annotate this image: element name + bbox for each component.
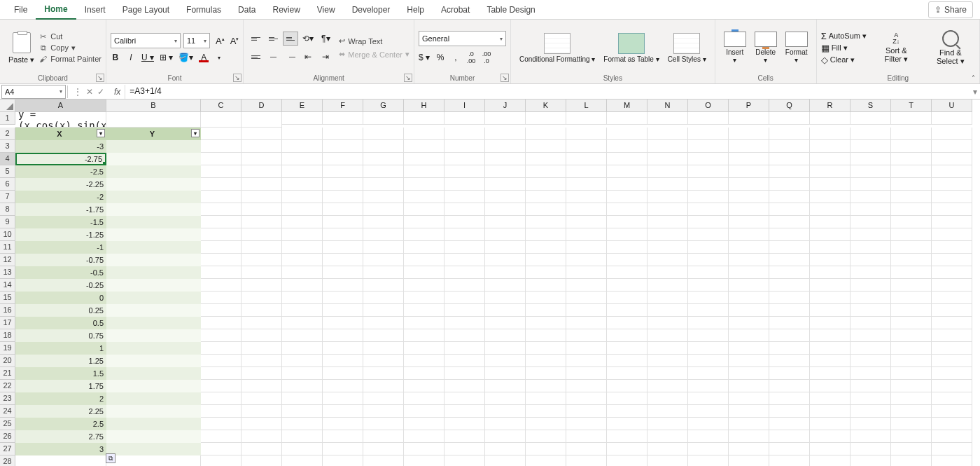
cell-O14[interactable] [688,279,729,292]
cell-H6[interactable] [404,178,444,191]
cell-L6[interactable] [566,178,607,191]
comma-button[interactable]: , [451,53,461,62]
cell-E2[interactable] [282,128,323,140]
cell-I15[interactable] [444,292,485,304]
cell-E19[interactable] [282,342,323,355]
cell-A1[interactable]: y = (x.cos(x).sin(x))² [15,112,106,128]
cell-C16[interactable] [201,304,241,317]
cell-G18[interactable] [363,329,404,342]
cell-E1[interactable] [282,112,323,125]
cell-N24[interactable] [648,405,688,418]
row-header-5[interactable]: 5 [0,165,15,178]
cell-T24[interactable] [891,405,932,418]
cell-J5[interactable] [485,165,526,178]
cell-Q9[interactable] [769,216,810,228]
format-button[interactable]: Format▾ [781,30,812,65]
cell-D9[interactable] [241,216,282,228]
cell-U24[interactable] [932,405,972,418]
cell-U22[interactable] [932,380,972,392]
cell-Q25[interactable] [769,418,810,430]
align-left-button[interactable] [248,50,263,64]
cell-J4[interactable] [485,153,526,165]
cell-A23[interactable]: 2 [15,392,106,405]
cell-Q23[interactable] [769,392,810,405]
cell-N3[interactable] [648,140,688,153]
cell-R2[interactable] [810,128,850,140]
cell-J14[interactable] [485,279,526,292]
cell-A5[interactable]: -2.5 [15,165,106,178]
cell-M19[interactable] [607,342,648,355]
cell-L20[interactable] [566,355,607,367]
cell-O3[interactable] [688,140,729,153]
cell-S1[interactable] [850,112,891,125]
cell-D23[interactable] [241,392,282,405]
cell-D14[interactable] [241,279,282,292]
align-bottom-button[interactable] [283,32,298,46]
col-header-I[interactable]: I [444,100,485,112]
cell-J9[interactable] [485,216,526,228]
cell-O20[interactable] [688,355,729,367]
row-header-13[interactable]: 13 [0,266,15,279]
cell-H13[interactable] [404,266,444,279]
cell-T15[interactable] [891,292,932,304]
tab-developer[interactable]: Developer [344,1,399,19]
cell-F11[interactable] [323,241,363,254]
cell-L25[interactable] [566,418,607,430]
col-header-B[interactable]: B [106,100,201,112]
cell-R25[interactable] [810,418,850,430]
decrease-indent-button[interactable]: ⇤ [300,50,316,64]
cell-J18[interactable] [485,329,526,342]
cell-D18[interactable] [241,329,282,342]
row-header-4[interactable]: 4 [0,153,15,165]
col-header-A[interactable]: A [15,100,106,112]
row-header-27[interactable]: 27 [0,443,15,455]
decrease-decimal-button[interactable]: .00.0 [482,50,491,64]
cell-F2[interactable] [323,128,363,140]
cell-L11[interactable] [566,241,607,254]
cell-O7[interactable] [688,191,729,203]
row-header-18[interactable]: 18 [0,329,15,342]
cell-G25[interactable] [363,418,404,430]
cell-O18[interactable] [688,329,729,342]
cell-E11[interactable] [282,241,323,254]
cell-P5[interactable] [729,165,769,178]
cell-N15[interactable] [648,292,688,304]
row-header-12[interactable]: 12 [0,254,15,266]
cell-A13[interactable]: -0.5 [15,266,106,279]
cell-H28[interactable] [404,455,444,466]
font-size-select[interactable]: 11▾ [183,33,210,48]
cell-C1[interactable] [201,112,241,128]
cell-E24[interactable] [282,405,323,418]
cell-H23[interactable] [404,392,444,405]
cell-S23[interactable] [850,392,891,405]
cell-L22[interactable] [566,380,607,392]
cell-Q24[interactable] [769,405,810,418]
col-header-P[interactable]: P [729,100,769,112]
cell-U17[interactable] [932,317,972,329]
cell-A4[interactable]: -2.75 [15,153,106,165]
cell-M5[interactable] [607,165,648,178]
cell-A22[interactable]: 1.75 [15,380,106,392]
cell-D4[interactable] [241,153,282,165]
cell-Q17[interactable] [769,317,810,329]
cell-N18[interactable] [648,329,688,342]
row-header-1[interactable]: 1 [0,112,15,125]
cell-L4[interactable] [566,153,607,165]
cell-J11[interactable] [485,241,526,254]
row-header-9[interactable]: 9 [0,216,15,228]
cell-F9[interactable] [323,216,363,228]
cell-U2[interactable] [932,128,972,140]
cell-R17[interactable] [810,317,850,329]
col-header-L[interactable]: L [566,100,607,112]
cell-styles-button[interactable]: Cell Styles ▾ [664,32,710,64]
cell-D12[interactable] [241,254,282,266]
cell-D1[interactable] [241,112,282,128]
cell-N21[interactable] [648,367,688,380]
cell-F15[interactable] [323,292,363,304]
cell-J10[interactable] [485,228,526,241]
cell-H9[interactable] [404,216,444,228]
cell-F23[interactable] [323,392,363,405]
cell-A15[interactable]: 0 [15,292,106,304]
cell-T3[interactable] [891,140,932,153]
cell-P23[interactable] [729,392,769,405]
